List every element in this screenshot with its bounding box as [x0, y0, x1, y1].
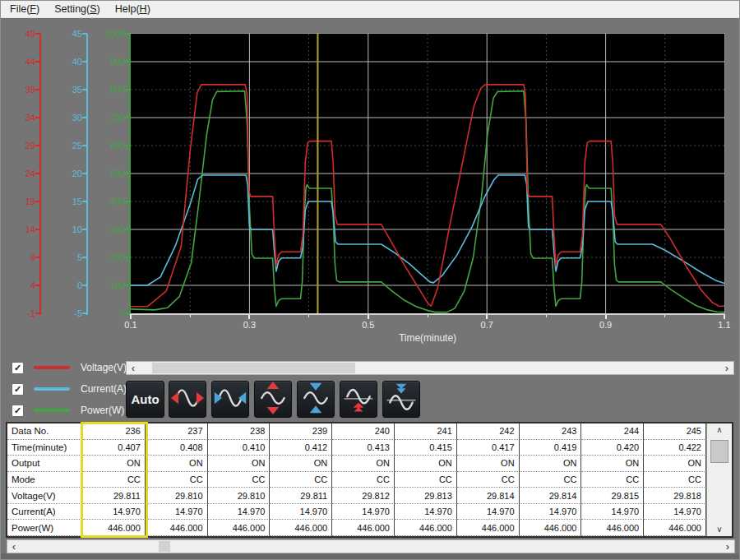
bottom-h-scrollbar-thumb[interactable] [159, 541, 170, 552]
table-cell[interactable]: ON [395, 456, 457, 472]
table-cell[interactable]: 29.811 [270, 488, 332, 504]
bottom-h-scrollbar[interactable]: ‹ › [7, 539, 735, 553]
current-tick [82, 201, 87, 202]
table-cell[interactable]: 446.000 [457, 520, 520, 536]
table-cell[interactable]: CC [208, 472, 271, 488]
table-cell[interactable]: 446.000 [581, 520, 644, 536]
table-cell[interactable]: 240 [332, 423, 395, 440]
table-cell[interactable]: 29.810 [208, 488, 271, 504]
table-cell[interactable]: 29.810 [146, 488, 208, 504]
table-cell[interactable]: ON [270, 456, 332, 472]
table-cell[interactable]: ON [146, 456, 208, 472]
table-cell[interactable]: 0.413 [332, 440, 395, 456]
table-cell[interactable]: 14.970 [83, 504, 146, 521]
table-cell[interactable]: 0.407 [83, 440, 146, 456]
chart-h-scrollbar-thumb[interactable] [152, 363, 355, 373]
table-cell[interactable]: 14.970 [581, 504, 644, 521]
table-cell[interactable]: 14.970 [208, 504, 271, 521]
table-v-scrollbar[interactable]: ∧ ∨ [706, 423, 732, 536]
table-cell[interactable]: 446.000 [332, 520, 395, 536]
scroll-left-icon[interactable]: ‹ [7, 540, 21, 553]
scroll-right-icon[interactable]: › [721, 540, 734, 553]
table-cell[interactable]: 0.420 [581, 440, 644, 456]
table-cell[interactable]: ON [332, 456, 395, 472]
v-expand-button[interactable] [254, 381, 292, 418]
scroll-down-icon[interactable]: ∨ [707, 524, 732, 535]
shift-down-button[interactable] [382, 381, 420, 418]
table-cell[interactable]: ON [581, 456, 644, 472]
table-cell[interactable]: 446.000 [83, 520, 146, 536]
table-cell[interactable]: CC [520, 472, 582, 488]
table-cell[interactable]: 236 [83, 423, 146, 440]
table-cell[interactable]: 446.000 [270, 520, 332, 536]
table-cell[interactable]: 242 [457, 423, 520, 440]
table-cell[interactable]: 29.814 [457, 488, 520, 504]
table-cell[interactable]: CC [581, 472, 644, 488]
table-cell[interactable]: 14.970 [332, 504, 395, 521]
power-w-checkbox[interactable]: ✓ [12, 405, 24, 417]
scroll-up-icon[interactable]: ∧ [707, 424, 732, 436]
shift-up-button[interactable] [340, 381, 377, 418]
table-cell[interactable]: 0.415 [395, 440, 457, 456]
h-expand-button[interactable] [169, 381, 206, 418]
table-cell[interactable]: 446.000 [146, 520, 208, 536]
table-cell[interactable]: 29.813 [395, 488, 457, 504]
table-cell[interactable]: 446.000 [395, 520, 457, 536]
table-cell[interactable]: 243 [520, 423, 582, 440]
table-cell[interactable]: CC [83, 472, 146, 488]
table-cell[interactable]: 244 [581, 423, 644, 440]
table-cell[interactable]: ON [644, 456, 706, 472]
table-cell[interactable]: 241 [395, 423, 457, 440]
table-cell[interactable]: CC [270, 472, 332, 488]
table-cell[interactable]: ON [520, 456, 582, 472]
table-v-scrollbar-thumb[interactable] [710, 440, 728, 463]
table-cell[interactable]: 29.818 [644, 488, 706, 504]
table-cell[interactable]: 245 [644, 423, 706, 440]
h-expand-icon [170, 381, 205, 419]
current-a-checkbox[interactable]: ✓ [12, 383, 24, 396]
table-cell[interactable]: 0.408 [146, 440, 208, 456]
table-cell[interactable]: 14.970 [146, 504, 208, 521]
scroll-left-icon[interactable]: ‹ [127, 362, 140, 374]
table-cell[interactable]: 0.417 [457, 440, 520, 456]
menu-item-setting-s[interactable]: Setting(S) [47, 1, 108, 17]
voltage-v-checkbox[interactable]: ✓ [12, 362, 24, 374]
table-cell[interactable]: 29.812 [332, 488, 395, 504]
table-cell[interactable]: 0.410 [208, 440, 271, 456]
table-cell[interactable]: 0.419 [520, 440, 582, 456]
auto-scale-button[interactable]: Auto [126, 381, 164, 418]
table-cell[interactable]: 14.970 [457, 504, 520, 521]
table-cell[interactable]: 0.412 [270, 440, 332, 456]
table-cell[interactable]: 29.815 [581, 488, 644, 504]
plot-area[interactable] [129, 33, 725, 315]
h-compress-button[interactable] [211, 381, 249, 418]
table-cell[interactable]: 0.422 [644, 440, 706, 456]
table-cell[interactable]: ON [83, 456, 146, 472]
table-cell[interactable]: 14.970 [270, 504, 332, 521]
table-cell[interactable]: 446.000 [520, 520, 582, 536]
legend-label: Power(W) [81, 405, 124, 416]
table-cell[interactable]: 446.000 [208, 520, 271, 536]
menu-item-file-f[interactable]: File(F) [2, 1, 47, 17]
menu-item-help-h[interactable]: Help(H) [108, 1, 158, 17]
table-cell[interactable]: 237 [146, 423, 208, 440]
chart-h-scrollbar[interactable]: ‹ › [126, 361, 734, 375]
table-cell[interactable]: 14.970 [644, 504, 706, 521]
table-cell[interactable]: 29.811 [83, 488, 146, 504]
v-compress-button[interactable] [297, 381, 335, 418]
table-cell[interactable]: ON [457, 456, 520, 472]
table-cell[interactable]: 238 [208, 423, 271, 440]
table-cell[interactable]: CC [332, 472, 395, 488]
table-cell[interactable]: 14.970 [520, 504, 582, 521]
table-cell[interactable]: 446.000 [644, 520, 706, 536]
table-cell[interactable]: CC [146, 472, 208, 488]
table-cell[interactable]: CC [644, 472, 706, 488]
table-cell[interactable]: 239 [270, 423, 332, 440]
table-cell[interactable]: CC [395, 472, 457, 488]
table-cell[interactable]: ON [208, 456, 271, 472]
voltage-tick [35, 33, 40, 35]
table-cell[interactable]: 14.970 [395, 504, 457, 521]
table-cell[interactable]: 29.814 [520, 488, 582, 504]
scroll-right-icon[interactable]: › [720, 362, 733, 374]
table-cell[interactable]: CC [457, 472, 520, 488]
